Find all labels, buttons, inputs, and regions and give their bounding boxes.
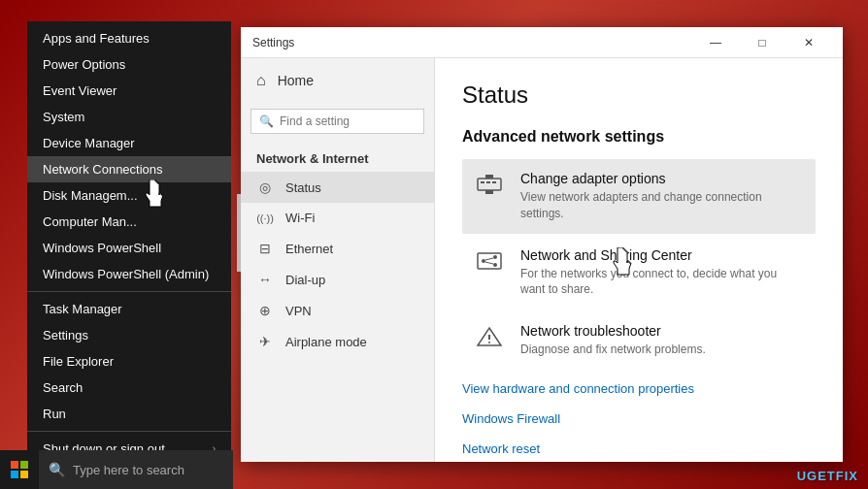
status-nav-icon: ◎ (256, 179, 274, 195)
network-troubleshooter-card[interactable]: Network troubleshooter Diagnose and fix … (462, 311, 816, 370)
windows-firewall-link[interactable]: Windows Firewall (462, 408, 816, 430)
svg-rect-8 (485, 175, 493, 179)
watermark-text-before: UG (797, 469, 818, 483)
ethernet-nav-icon: ⊟ (256, 241, 274, 256)
view-hardware-link[interactable]: View hardware and connection properties (462, 377, 816, 400)
network-troubleshooter-title: Network troubleshooter (520, 323, 802, 339)
close-button[interactable]: ✕ (786, 27, 831, 58)
sidebar-nav-item-wifi[interactable]: ((·)) Wi-Fi (241, 203, 434, 233)
network-reset-link[interactable]: Network reset (462, 438, 816, 460)
menu-item-windows-powershell[interactable]: Windows PowerShell (27, 235, 231, 261)
scroll-indicator[interactable] (237, 194, 241, 272)
svg-point-13 (493, 263, 497, 267)
minimize-button[interactable]: — (693, 27, 738, 58)
change-adapter-content: Change adapter options View network adap… (520, 171, 802, 222)
sidebar-nav-item-ethernet[interactable]: ⊟ Ethernet (241, 233, 434, 264)
dialup-nav-label: Dial-up (285, 273, 325, 287)
watermark-text-accent: ET (818, 469, 836, 483)
menu-item-run[interactable]: Run (27, 401, 231, 427)
watermark-text-after: FIX (836, 469, 858, 483)
svg-rect-2 (11, 471, 18, 478)
menu-item-computer-management[interactable]: Computer Man... (27, 209, 231, 235)
sidebar-home[interactable]: ⌂ Home (241, 58, 434, 103)
network-sharing-desc: For the networks you connect to, decide … (520, 266, 802, 299)
svg-point-12 (493, 255, 497, 259)
svg-rect-1 (20, 461, 28, 469)
network-sharing-card[interactable]: Network and Sharing Center For the netwo… (462, 236, 816, 310)
menu-item-apps-features[interactable]: Apps and Features (27, 25, 231, 51)
svg-rect-6 (486, 181, 490, 183)
wifi-nav-label: Wi-Fi (285, 211, 315, 225)
menu-item-event-viewer[interactable]: Event Viewer (27, 78, 231, 104)
sidebar-nav-item-airplane[interactable]: ✈ Airplane mode (241, 326, 434, 357)
menu-item-file-explorer[interactable]: File Explorer (27, 348, 231, 375)
sidebar-search-input[interactable] (280, 114, 416, 128)
network-troubleshooter-content: Network troubleshooter Diagnose and fix … (520, 323, 802, 358)
sidebar-nav-item-status[interactable]: ◎ Status (241, 172, 434, 203)
svg-rect-0 (11, 461, 18, 469)
windows-logo-icon (11, 461, 28, 478)
airplane-nav-icon: ✈ (256, 334, 274, 349)
sidebar-search-icon: 🔍 (259, 114, 274, 128)
troubleshooter-icon-svg (476, 325, 503, 348)
context-menu: Apps and Features Power Options Event Vi… (27, 21, 231, 489)
search-icon: 🔍 (49, 462, 65, 477)
sidebar-nav-item-vpn[interactable]: ⊕ VPN (241, 295, 434, 326)
menu-item-network-connections[interactable]: Network Connections (27, 156, 231, 182)
start-button[interactable] (0, 450, 39, 489)
wifi-nav-icon: ((·)) (256, 212, 274, 224)
sidebar-nav-item-dialup[interactable]: ↔ Dial-up (241, 264, 434, 295)
taskbar-search[interactable]: 🔍 Type here to search (39, 450, 233, 489)
svg-rect-7 (492, 181, 496, 183)
network-troubleshooter-desc: Diagnose and fix network problems. (520, 342, 802, 358)
svg-line-14 (485, 258, 493, 260)
network-sharing-title: Network and Sharing Center (520, 247, 802, 263)
settings-titlebar: Settings — □ ✕ (241, 27, 843, 58)
home-label: Home (278, 73, 314, 88)
svg-rect-10 (478, 253, 501, 269)
airplane-nav-label: Airplane mode (285, 335, 367, 349)
sidebar-search[interactable]: 🔍 (250, 109, 424, 134)
page-title: Status (462, 82, 816, 109)
svg-rect-9 (485, 190, 493, 194)
svg-rect-3 (20, 471, 28, 478)
menu-item-disk-management[interactable]: Disk Managem... (27, 182, 231, 209)
sidebar-nav-title: Network & Internet (241, 140, 434, 172)
menu-divider-2 (27, 431, 231, 432)
section-title: Advanced network settings (462, 128, 816, 146)
maximize-button[interactable]: □ (740, 27, 785, 58)
adapter-icon-svg (476, 173, 503, 196)
svg-rect-4 (478, 179, 501, 190)
svg-point-18 (488, 342, 490, 343)
sharing-icon-svg (476, 249, 503, 273)
dialup-nav-icon: ↔ (256, 272, 274, 287)
change-adapter-desc: View network adapters and change connect… (520, 189, 802, 222)
taskbar-search-label: Type here to search (73, 463, 184, 477)
network-sharing-content: Network and Sharing Center For the netwo… (520, 247, 802, 299)
svg-rect-5 (481, 181, 484, 183)
menu-item-windows-powershell-admin[interactable]: Windows PowerShell (Admin) (27, 261, 231, 287)
settings-title-label: Settings (252, 36, 693, 49)
menu-item-settings[interactable]: Settings (27, 322, 231, 348)
network-troubleshooter-icon (476, 325, 507, 353)
change-adapter-card[interactable]: Change adapter options View network adap… (462, 159, 816, 234)
menu-item-search[interactable]: Search (27, 375, 231, 401)
menu-item-power-options[interactable]: Power Options (27, 51, 231, 78)
network-sharing-icon (476, 249, 507, 277)
menu-item-device-manager[interactable]: Device Manager (27, 130, 231, 156)
change-adapter-icon (476, 173, 507, 201)
settings-body: ⌂ Home 🔍 Network & Internet ◎ Status ((·… (241, 58, 843, 462)
menu-item-system[interactable]: System (27, 104, 231, 130)
ethernet-nav-label: Ethernet (285, 242, 333, 256)
vpn-nav-label: VPN (285, 304, 312, 318)
settings-sidebar: ⌂ Home 🔍 Network & Internet ◎ Status ((·… (241, 58, 435, 462)
menu-divider-1 (27, 291, 231, 292)
vpn-nav-icon: ⊕ (256, 303, 274, 318)
settings-main: Status Advanced network settings Change … (435, 58, 843, 462)
settings-window: Settings — □ ✕ ⌂ Home 🔍 Network & Intern… (241, 27, 843, 462)
svg-point-11 (482, 259, 485, 263)
menu-item-task-manager[interactable]: Task Manager (27, 296, 231, 322)
watermark: UGETFIX (797, 469, 858, 483)
change-adapter-title: Change adapter options (520, 171, 802, 186)
svg-line-15 (485, 262, 493, 264)
